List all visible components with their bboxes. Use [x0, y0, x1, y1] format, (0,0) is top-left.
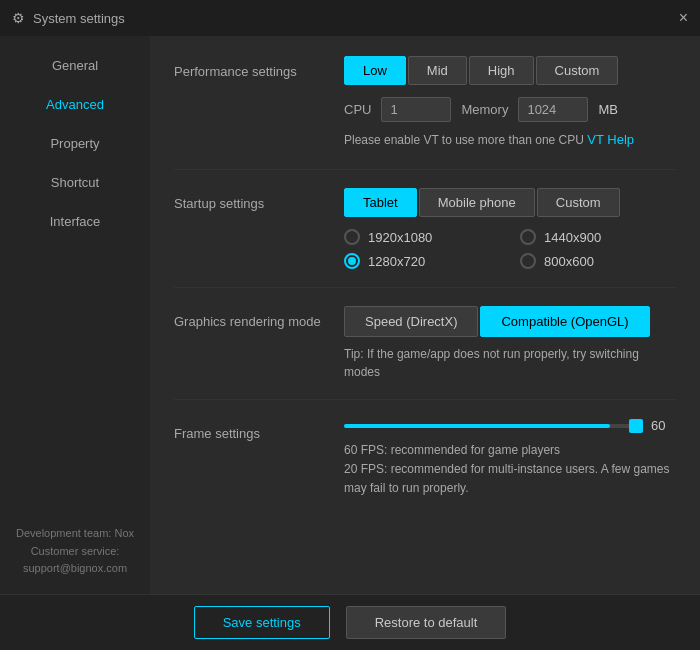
fps-value: 60: [651, 418, 676, 433]
fps-note2: 20 FPS: recommended for multi-instance u…: [344, 460, 676, 498]
sidebar-item-interface[interactable]: Interface: [0, 202, 150, 241]
perf-btn-high[interactable]: High: [469, 56, 534, 85]
resolution-800[interactable]: 800x600: [520, 253, 676, 269]
cpu-input[interactable]: [381, 97, 451, 122]
fps-note1: 60 FPS: recommended for game players: [344, 441, 676, 460]
frame-label: Frame settings: [174, 418, 344, 441]
sidebar-item-general[interactable]: General: [0, 46, 150, 85]
radio-1280: [344, 253, 360, 269]
sidebar-item-property[interactable]: Property: [0, 124, 150, 163]
restore-button[interactable]: Restore to default: [346, 606, 507, 639]
fps-notes: 60 FPS: recommended for game players 20 …: [344, 441, 676, 499]
resolution-1920[interactable]: 1920x1080: [344, 229, 500, 245]
graphics-label: Graphics rendering mode: [174, 306, 344, 329]
fps-slider-track[interactable]: [344, 424, 639, 428]
vt-link[interactable]: VT Help: [587, 132, 634, 147]
resolution-label-1280: 1280x720: [368, 254, 425, 269]
memory-label: Memory: [461, 102, 508, 117]
resolution-1280[interactable]: 1280x720: [344, 253, 500, 269]
fps-slider-fill: [344, 424, 610, 428]
sidebar-item-advanced[interactable]: Advanced: [0, 85, 150, 124]
performance-section: Performance settings Low Mid High Custom…: [174, 56, 676, 170]
performance-label: Performance settings: [174, 56, 344, 79]
email-label: support@bignox.com: [10, 560, 140, 578]
performance-content: Low Mid High Custom CPU Memory MB Please…: [344, 56, 676, 151]
footer-bar: Save settings Restore to default: [0, 594, 700, 650]
radio-800: [520, 253, 536, 269]
vt-text: Please enable VT to use more than one CP…: [344, 133, 584, 147]
graphics-content: Speed (DirectX) Compatible (OpenGL) Tip:…: [344, 306, 676, 381]
startup-btn-group: Tablet Mobile phone Custom: [344, 188, 676, 217]
sidebar-item-shortcut[interactable]: Shortcut: [0, 163, 150, 202]
vt-help-row: Please enable VT to use more than one CP…: [344, 132, 676, 147]
startup-section: Startup settings Tablet Mobile phone Cus…: [174, 188, 676, 288]
perf-btn-low[interactable]: Low: [344, 56, 406, 85]
render-btn-directx[interactable]: Speed (DirectX): [344, 306, 478, 337]
resolution-label-1920: 1920x1080: [368, 230, 432, 245]
main-content: General Advanced Property Shortcut Inter…: [0, 36, 700, 594]
resolution-label-1440: 1440x900: [544, 230, 601, 245]
frame-section: Frame settings 60 60 FPS: recommended fo…: [174, 418, 676, 499]
startup-content: Tablet Mobile phone Custom 1920x1080 144…: [344, 188, 676, 269]
memory-input[interactable]: [518, 97, 588, 122]
title-bar: ⚙ System settings ×: [0, 0, 700, 36]
fps-slider-thumb[interactable]: [629, 419, 643, 433]
resolution-1440[interactable]: 1440x900: [520, 229, 676, 245]
startup-btn-custom[interactable]: Custom: [537, 188, 620, 217]
close-button[interactable]: ×: [679, 10, 688, 26]
content-area: Performance settings Low Mid High Custom…: [150, 36, 700, 594]
resolution-grid: 1920x1080 1440x900 1280x720 800x600: [344, 229, 676, 269]
memory-unit: MB: [598, 102, 618, 117]
performance-btn-group: Low Mid High Custom: [344, 56, 676, 85]
team-label: Development team: Nox: [10, 525, 140, 543]
customer-label: Customer service:: [10, 543, 140, 561]
title-bar-left: ⚙ System settings: [12, 10, 125, 26]
window: ⚙ System settings × General Advanced Pro…: [0, 0, 700, 650]
cpu-memory-row: CPU Memory MB: [344, 97, 676, 122]
graphics-tip: Tip: If the game/app does not run proper…: [344, 345, 676, 381]
graphics-section: Graphics rendering mode Speed (DirectX) …: [174, 306, 676, 400]
window-title: System settings: [33, 11, 125, 26]
startup-btn-tablet[interactable]: Tablet: [344, 188, 417, 217]
sidebar: General Advanced Property Shortcut Inter…: [0, 36, 150, 594]
render-btn-group: Speed (DirectX) Compatible (OpenGL): [344, 306, 676, 337]
perf-btn-mid[interactable]: Mid: [408, 56, 467, 85]
perf-btn-custom[interactable]: Custom: [536, 56, 619, 85]
gear-icon: ⚙: [12, 10, 25, 26]
frame-content: 60 60 FPS: recommended for game players …: [344, 418, 676, 499]
radio-1440: [520, 229, 536, 245]
resolution-label-800: 800x600: [544, 254, 594, 269]
render-btn-opengl[interactable]: Compatible (OpenGL): [480, 306, 649, 337]
fps-slider-row: 60: [344, 418, 676, 433]
radio-1920: [344, 229, 360, 245]
sidebar-footer: Development team: Nox Customer service: …: [0, 509, 150, 594]
startup-btn-mobile[interactable]: Mobile phone: [419, 188, 535, 217]
save-button[interactable]: Save settings: [194, 606, 330, 639]
startup-label: Startup settings: [174, 188, 344, 211]
cpu-label: CPU: [344, 102, 371, 117]
